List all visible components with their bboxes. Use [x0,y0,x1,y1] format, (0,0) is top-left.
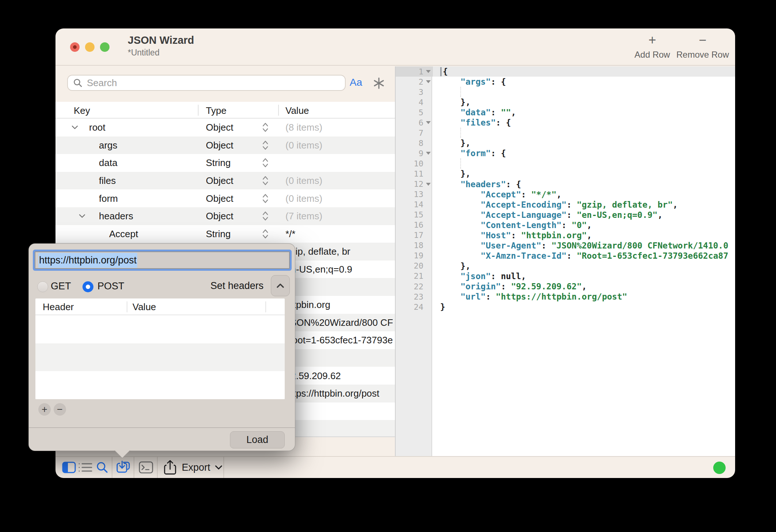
table-row[interactable]: headersObject(7 items) [55,207,395,225]
editor-line[interactable]: 1{ [396,66,735,77]
json-source-editor[interactable]: 1{2 "args": {34 },5 "data": "",6 "files"… [395,66,735,456]
type-stepper-icon[interactable] [262,122,269,133]
search-icon [96,461,109,474]
add-row-button[interactable]: + Add Row [625,34,680,60]
line-number: 23 [396,292,433,302]
key-cell: args [99,139,118,151]
editor-line[interactable]: 14 "Accept-Encoding": "gzip, deflate, br… [396,200,735,210]
type-cell: Object [206,139,233,151]
fold-triangle-icon[interactable] [426,182,431,186]
table-row[interactable]: filesObject(0 items) [55,172,395,190]
editor-line[interactable]: 18 "User-Agent": "JSON%20Wizard/800 CFNe… [396,240,735,251]
fold-triangle-icon[interactable] [426,151,431,155]
table-row[interactable]: AcceptString*/* [55,225,395,243]
line-number: 21 [396,271,433,281]
column-divider[interactable] [278,105,279,116]
table-row[interactable]: dataString [55,154,395,172]
editor-line[interactable]: 9 "form": { [396,148,735,158]
console-button[interactable] [139,461,153,474]
column-divider[interactable] [198,105,199,116]
column-header-type[interactable]: Type [206,105,226,116]
type-stepper-icon[interactable] [262,140,269,151]
code-line: "origin": "92.59.209.62", [433,281,735,292]
method-label-post[interactable]: POST [97,281,124,292]
editor-line[interactable]: 10 [396,158,735,169]
table-row[interactable]: argsObject(0 items) [55,136,395,154]
editor-line[interactable]: 16 "Content-Length": "0", [396,220,735,230]
column-header-header[interactable]: Header [43,301,74,313]
url-input[interactable]: https://httpbin.org/post [35,251,290,269]
remove-header-button[interactable]: − [54,403,66,416]
editor-line[interactable]: 17 "Host": "httpbin.org", [396,230,735,240]
find-button[interactable] [96,461,109,474]
editor-lines: 1{2 "args": {34 },5 "data": "",6 "files"… [396,66,735,312]
line-number: 11 [396,169,433,179]
load-button[interactable]: Load [230,431,285,448]
column-header-value[interactable]: Value [285,105,309,116]
terminal-icon [139,461,153,474]
traffic-lights [70,42,110,52]
fold-triangle-icon[interactable] [426,80,431,84]
editor-line[interactable]: 23 "url": "https://httpbin.org/post" [396,292,735,302]
editor-line[interactable]: 20 }, [396,261,735,271]
editor-line[interactable]: 13 "Accept": "*/*", [396,189,735,200]
search-input[interactable]: Search [67,75,346,91]
regex-toggle[interactable] [372,76,385,92]
editor-line[interactable]: 15 "Accept-Language": "en-US,en;q=0.9", [396,210,735,220]
key-cell: form [99,193,118,204]
column-divider[interactable] [265,301,266,312]
list-view-button[interactable] [78,461,93,474]
titlebar: JSON Wizard *Untitled + Add Row − Remove… [55,28,735,66]
type-stepper-icon[interactable] [262,175,269,186]
editor-line[interactable]: 8 }, [396,138,735,148]
title-block: JSON Wizard *Untitled [128,34,194,58]
close-button[interactable] [70,42,80,52]
import-download-icon [115,460,130,474]
editor-line[interactable]: 6 "files": { [396,117,735,128]
type-stepper-icon[interactable] [262,193,269,204]
editor-line[interactable]: 19 "X-Amzn-Trace-Id": "Root=1-653cfec1-7… [396,251,735,261]
method-label-get[interactable]: GET [51,281,71,292]
disclosure-chevron-icon[interactable] [72,125,78,130]
toggle-sidebar-button[interactable] [62,461,76,474]
code-line: } [433,302,735,312]
collapse-headers-button[interactable] [271,275,290,296]
match-case-toggle[interactable]: Aa [350,77,362,88]
type-stepper-icon[interactable] [262,211,269,221]
method-radio-post[interactable] [82,281,93,292]
fold-triangle-icon[interactable] [426,121,431,124]
editor-line[interactable]: 4 }, [396,97,735,107]
header-row[interactable] [35,371,285,399]
fold-triangle-icon[interactable] [426,70,431,73]
column-header-value[interactable]: Value [132,301,156,313]
code-line: "Accept": "*/*", [433,189,735,200]
disclosure-chevron-icon[interactable] [79,213,85,219]
editor-line[interactable]: 11 }, [396,169,735,179]
code-line: "User-Agent": "JSON%20Wizard/800 CFNetwo… [433,240,735,251]
editor-line[interactable]: 22 "origin": "92.59.209.62", [396,281,735,292]
method-radio-get[interactable] [37,281,48,292]
header-row[interactable] [35,343,285,371]
header-row[interactable] [35,315,285,343]
editor-line[interactable]: 2 "args": { [396,77,735,87]
editor-line[interactable]: 7 [396,128,735,138]
type-stepper-icon[interactable] [262,157,269,168]
add-header-button[interactable]: + [38,403,51,416]
editor-line[interactable]: 3 [396,87,735,97]
line-number: 10 [396,158,433,169]
table-row[interactable]: rootObject(8 items) [55,119,395,136]
table-row[interactable]: formObject(0 items) [55,189,395,207]
type-stepper-icon[interactable] [262,228,269,239]
column-divider[interactable] [127,301,127,312]
minimize-button[interactable] [85,42,95,52]
load-from-url-button[interactable] [115,460,130,474]
editor-line[interactable]: 12 "headers": { [396,179,735,189]
code-line: "json": null, [433,271,735,281]
remove-row-button[interactable]: − Remove Row [675,34,730,60]
editor-line[interactable]: 5 "data": "", [396,107,735,117]
export-button[interactable]: Export [164,460,223,475]
editor-line[interactable]: 21 "json": null, [396,271,735,281]
editor-line[interactable]: 24} [396,302,735,312]
column-header-key[interactable]: Key [74,105,90,116]
zoom-button[interactable] [100,42,110,52]
